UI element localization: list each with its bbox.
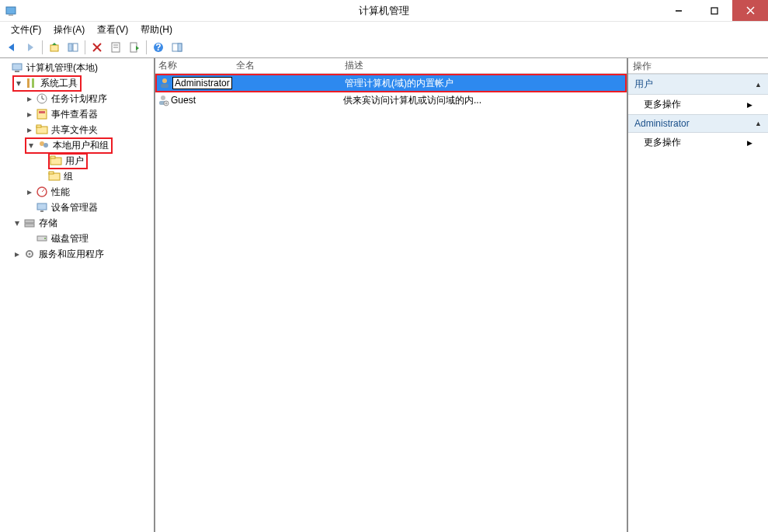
- svg-rect-42: [37, 203, 47, 210]
- tree-label: 系统工具: [40, 77, 78, 90]
- collapse-icon[interactable]: ▾: [14, 78, 23, 88]
- help-button[interactable]: ?: [150, 39, 167, 56]
- svg-rect-24: [15, 71, 19, 72]
- tree-storage[interactable]: ▾ 存储: [0, 215, 154, 231]
- svg-rect-8: [50, 45, 58, 51]
- menu-help[interactable]: 帮助(H): [134, 22, 179, 38]
- svg-rect-45: [25, 224, 34, 227]
- tree-disk-management[interactable]: ▸ 磁盘管理: [0, 231, 154, 246]
- svg-rect-33: [36, 125, 41, 127]
- column-header-fullname[interactable]: 全名: [233, 59, 342, 72]
- tree-users[interactable]: ▸ 用户: [0, 153, 154, 169]
- computer-icon: [11, 61, 23, 74]
- toolbar-separator: [42, 40, 43, 54]
- shared-folders-icon: [36, 123, 48, 136]
- tree-groups[interactable]: ▸ 组: [0, 169, 154, 184]
- tree-services-apps[interactable]: ▸ 服务和应用程序: [0, 246, 154, 262]
- expand-icon[interactable]: ▸: [25, 110, 34, 119]
- svg-rect-31: [39, 111, 45, 113]
- svg-rect-22: [178, 43, 182, 51]
- tree-label: 设备管理器: [50, 201, 99, 214]
- actions-header: 操作: [628, 58, 768, 74]
- menu-view[interactable]: 查看(V): [91, 22, 134, 38]
- toolbar-separator: [146, 40, 147, 54]
- svg-point-50: [162, 78, 167, 83]
- actions-pane: 操作 用户 ▲ 更多操作 ▶ Administrator ▲ 更多操作 ▶: [628, 58, 768, 532]
- svg-rect-37: [50, 156, 55, 158]
- content: ▿ 计算机管理(本地) ▾ 系统工具 ▸ 任务计划程序 ▸ 事件查看器: [0, 57, 768, 532]
- tree-label: 本地用户和组: [52, 139, 109, 152]
- submenu-arrow-icon: ▶: [747, 139, 752, 147]
- list-header: 名称 全名 描述: [155, 58, 627, 74]
- svg-rect-17: [130, 43, 137, 52]
- actions-section-users[interactable]: 用户 ▲: [628, 74, 768, 95]
- svg-rect-25: [27, 78, 30, 88]
- user-icon: [157, 94, 169, 106]
- collapse-icon[interactable]: ▾: [12, 218, 22, 228]
- expand-icon[interactable]: ▸: [25, 94, 34, 103]
- svg-text:?: ?: [155, 42, 161, 53]
- action-label: 更多操作: [644, 136, 681, 149]
- tree-task-scheduler[interactable]: ▸ 任务计划程序: [0, 91, 154, 106]
- tree-label: 共享文件夹: [50, 123, 99, 137]
- tree-label: 任务计划程序: [50, 92, 108, 106]
- list-row-guest[interactable]: Guest 供来宾访问计算机或访问域的内...: [155, 92, 627, 108]
- svg-rect-10: [68, 43, 72, 51]
- tree-shared-folders[interactable]: ▸ 共享文件夹: [0, 122, 154, 137]
- folder-icon: [48, 170, 61, 183]
- tree-root-computer-management[interactable]: ▿ 计算机管理(本地): [0, 60, 154, 75]
- list-pane: 名称 全名 描述 Administrator 管理计算机(域)的内置帐户 Gue…: [155, 58, 628, 532]
- export-button[interactable]: [126, 39, 143, 56]
- rename-input[interactable]: Administrator: [172, 77, 232, 89]
- show-actions-button[interactable]: [169, 39, 186, 56]
- collapse-icon[interactable]: ▾: [26, 141, 36, 150]
- up-button[interactable]: [46, 39, 63, 56]
- delete-button[interactable]: [89, 39, 106, 56]
- back-button[interactable]: [3, 39, 20, 56]
- tree-label: 服务和应用程序: [38, 248, 105, 261]
- actions-section-administrator[interactable]: Administrator ▲: [628, 114, 768, 133]
- svg-rect-44: [25, 220, 34, 223]
- folder-icon: [50, 155, 62, 167]
- svg-line-41: [42, 190, 44, 192]
- action-more-users[interactable]: 更多操作 ▶: [628, 95, 768, 114]
- svg-point-49: [29, 253, 31, 256]
- column-header-description[interactable]: 描述: [342, 59, 627, 72]
- submenu-arrow-icon: ▶: [747, 101, 752, 109]
- svg-rect-39: [49, 172, 54, 174]
- expand-icon[interactable]: ▸: [12, 249, 22, 259]
- svg-rect-30: [37, 110, 47, 119]
- cell-description: 供来宾访问计算机或访问域的内...: [342, 94, 627, 107]
- title-bar: 计算机管理: [0, 0, 768, 22]
- tree-label: 用户: [64, 155, 85, 168]
- expand-icon[interactable]: ▸: [25, 187, 34, 196]
- expand-icon[interactable]: ▸: [25, 125, 34, 134]
- tree-device-manager[interactable]: ▸ 设备管理器: [0, 200, 154, 215]
- menu-action[interactable]: 操作(A): [47, 22, 91, 38]
- menu-file[interactable]: 文件(F): [5, 22, 47, 38]
- user-icon: [158, 77, 171, 89]
- svg-marker-6: [9, 43, 14, 51]
- svg-point-52: [161, 96, 165, 100]
- column-header-name[interactable]: 名称: [155, 59, 233, 72]
- svg-point-47: [44, 238, 46, 239]
- tree-event-viewer[interactable]: ▸ 事件查看器: [0, 106, 154, 122]
- collapse-arrow-icon: ▲: [755, 120, 762, 127]
- list-row-administrator[interactable]: Administrator 管理计算机(域)的内置帐户: [157, 75, 625, 91]
- svg-marker-7: [28, 43, 33, 51]
- action-more-administrator[interactable]: 更多操作 ▶: [628, 133, 768, 152]
- svg-rect-23: [12, 64, 22, 70]
- storage-icon: [23, 217, 36, 229]
- svg-rect-26: [32, 78, 34, 88]
- tree-pane: ▿ 计算机管理(本地) ▾ 系统工具 ▸ 任务计划程序 ▸ 事件查看器: [0, 58, 155, 532]
- collapse-arrow-icon: ▲: [755, 81, 762, 89]
- forward-button[interactable]: [22, 39, 39, 56]
- show-hide-tree-button[interactable]: [64, 39, 82, 56]
- cell-name: Guest: [171, 95, 196, 106]
- tree-performance[interactable]: ▸ 性能: [0, 184, 154, 200]
- tree-local-users-groups[interactable]: ▾ 本地用户和组: [0, 137, 154, 153]
- properties-button[interactable]: [107, 39, 124, 56]
- tree-system-tools[interactable]: ▾ 系统工具: [0, 75, 154, 91]
- svg-point-35: [43, 143, 48, 148]
- tree-label: 事件查看器: [50, 108, 99, 121]
